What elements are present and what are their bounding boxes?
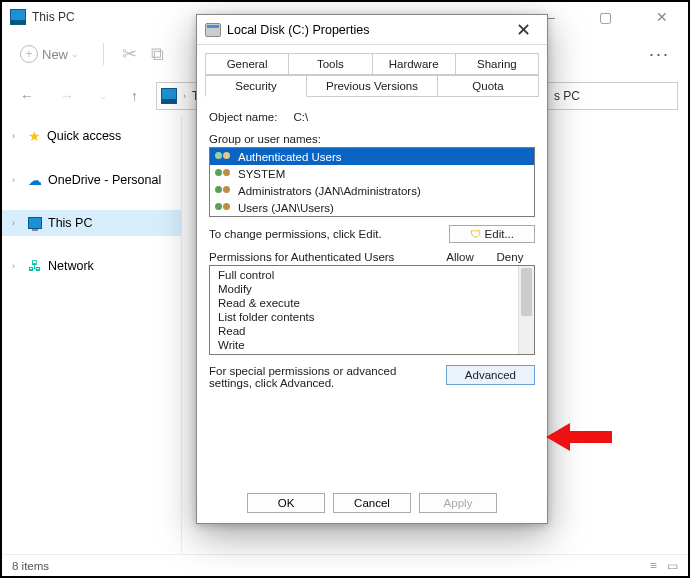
item-count: 8 items <box>12 560 49 572</box>
user-name: Authenticated Users <box>238 151 342 163</box>
status-bar: 8 items ≡ ▭ <box>2 554 688 576</box>
properties-dialog: Local Disk (C:) Properties ✕ General Too… <box>196 14 548 524</box>
up-button[interactable]: ↑ <box>123 84 146 108</box>
divider <box>103 43 104 65</box>
sidebar-item-network[interactable]: › 🖧 Network <box>2 252 181 280</box>
sidebar-item-label: Quick access <box>47 129 121 143</box>
shield-icon: 🛡 <box>470 228 481 240</box>
users-listbox[interactable]: Authenticated Users SYSTEM Administrator… <box>209 147 535 217</box>
permission-row: Write <box>210 338 534 352</box>
permission-row: Modify <box>210 282 534 296</box>
user-name: Administrators (JAN\Administrators) <box>238 185 421 197</box>
object-name-value: C:\ <box>293 111 308 123</box>
group-users-label: Group or user names: <box>209 133 535 145</box>
details-view-icon[interactable]: ≡ <box>650 559 657 573</box>
tab-previous-versions[interactable]: Previous Versions <box>307 75 438 97</box>
edit-label: Edit... <box>485 228 514 240</box>
monitor-icon <box>28 217 42 229</box>
svg-marker-0 <box>546 423 612 451</box>
list-item[interactable]: Authenticated Users <box>210 148 534 165</box>
scrollbar[interactable] <box>518 266 534 354</box>
list-item[interactable]: SYSTEM <box>210 165 534 182</box>
dialog-titlebar: Local Disk (C:) Properties ✕ <box>197 15 547 45</box>
disk-icon <box>205 23 221 37</box>
address-text-right: s PC <box>554 89 580 103</box>
cut-icon[interactable]: ✂ <box>122 43 137 65</box>
network-icon: 🖧 <box>28 258 42 274</box>
new-menu-button[interactable]: + New ⌵ <box>12 41 85 67</box>
users-icon <box>214 167 234 181</box>
sidebar-item-label: This PC <box>48 216 92 230</box>
window-title: This PC <box>32 10 75 24</box>
sidebar-item-label: OneDrive - Personal <box>48 173 161 187</box>
expand-icon[interactable]: › <box>12 261 22 271</box>
tab-general[interactable]: General <box>205 53 289 75</box>
tab-tools[interactable]: Tools <box>289 53 372 75</box>
new-label: New <box>42 47 68 62</box>
expand-icon[interactable]: › <box>12 131 22 141</box>
permissions-listbox[interactable]: Full control Modify Read & execute List … <box>209 265 535 355</box>
sidebar-item-this-pc[interactable]: › This PC <box>2 210 181 236</box>
expand-icon[interactable]: › <box>12 218 22 228</box>
sidebar-item-label: Network <box>48 259 94 273</box>
overflow-button[interactable]: ··· <box>641 40 678 69</box>
permissions-header: Permissions for Authenticated Users <box>209 251 435 263</box>
list-item[interactable]: Administrators (JAN\Administrators) <box>210 182 534 199</box>
close-button[interactable]: ✕ <box>644 5 680 29</box>
tab-sharing[interactable]: Sharing <box>456 53 539 75</box>
sidebar-item-quick-access[interactable]: › ★ Quick access <box>2 122 181 150</box>
navigation-pane: › ★ Quick access › ☁ OneDrive - Personal… <box>2 116 182 554</box>
ok-button[interactable]: OK <box>247 493 325 513</box>
star-icon: ★ <box>28 128 41 144</box>
plus-icon: + <box>20 45 38 63</box>
cloud-icon: ☁ <box>28 172 42 188</box>
deny-column: Deny <box>485 251 535 263</box>
permission-row: Read & execute <box>210 296 534 310</box>
tab-strip: General Tools Hardware Sharing Security … <box>205 53 539 97</box>
recent-button[interactable]: ⌵ <box>92 87 113 105</box>
forward-button[interactable]: → <box>52 84 82 108</box>
advanced-button[interactable]: Advanced <box>446 365 535 385</box>
chevron-down-icon: ⌵ <box>72 49 77 59</box>
maximize-button[interactable]: ▢ <box>587 5 624 29</box>
thumbnails-view-icon[interactable]: ▭ <box>667 559 678 573</box>
dialog-title: Local Disk (C:) Properties <box>227 23 369 37</box>
users-icon <box>214 201 234 215</box>
back-button[interactable]: ← <box>12 84 42 108</box>
copy-icon[interactable]: ⧉ <box>151 44 164 65</box>
advanced-help-text: For special permissions or advanced sett… <box>209 365 436 389</box>
sidebar-item-onedrive[interactable]: › ☁ OneDrive - Personal <box>2 166 181 194</box>
user-name: SYSTEM <box>238 168 285 180</box>
users-icon <box>214 184 234 198</box>
expand-icon[interactable]: › <box>12 175 22 185</box>
tab-hardware[interactable]: Hardware <box>373 53 456 75</box>
cancel-button[interactable]: Cancel <box>333 493 411 513</box>
this-pc-icon <box>10 9 26 25</box>
apply-button[interactable]: Apply <box>419 493 497 513</box>
tab-quota[interactable]: Quota <box>438 75 539 97</box>
location-icon <box>161 88 177 104</box>
dialog-close-button[interactable]: ✕ <box>508 19 539 41</box>
users-icon <box>214 150 234 164</box>
permission-row: List folder contents <box>210 310 534 324</box>
edit-permissions-button[interactable]: 🛡 Edit... <box>449 225 535 243</box>
dialog-button-row: OK Cancel Apply <box>197 483 547 523</box>
user-name: Users (JAN\Users) <box>238 202 334 214</box>
tab-security[interactable]: Security <box>205 75 307 97</box>
allow-column: Allow <box>435 251 485 263</box>
permission-row: Full control <box>210 268 534 282</box>
object-name-label: Object name: <box>209 111 277 123</box>
change-permissions-text: To change permissions, click Edit. <box>209 228 382 240</box>
list-item[interactable]: Users (JAN\Users) <box>210 199 534 216</box>
callout-arrow <box>546 417 616 457</box>
permission-row: Read <box>210 324 534 338</box>
